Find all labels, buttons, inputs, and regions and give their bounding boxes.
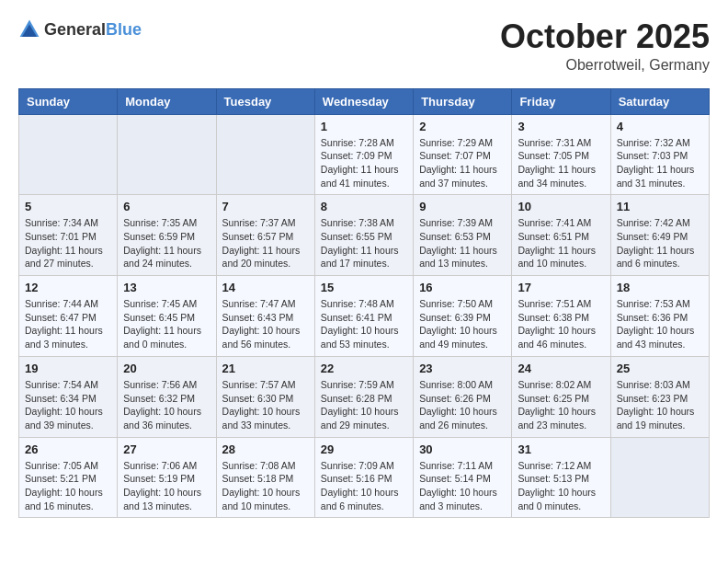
day-number: 23 — [419, 362, 506, 375]
day-info: Sunrise: 7:50 AM Sunset: 6:39 PM Dayligh… — [419, 297, 506, 351]
day-number: 27 — [123, 442, 210, 456]
day-number: 13 — [123, 281, 210, 294]
day-number: 1 — [321, 120, 407, 133]
calendar-cell: 24Sunrise: 8:02 AM Sunset: 6:25 PM Dayli… — [512, 356, 610, 437]
calendar-cell: 19Sunrise: 7:54 AM Sunset: 6:34 PM Dayli… — [19, 356, 118, 437]
calendar-week-row: 12Sunrise: 7:44 AM Sunset: 6:47 PM Dayli… — [19, 276, 710, 357]
day-number: 21 — [222, 362, 309, 375]
day-info: Sunrise: 7:11 AM Sunset: 5:14 PM Dayligh… — [419, 459, 506, 513]
day-number: 9 — [419, 200, 506, 213]
calendar-cell: 27Sunrise: 7:06 AM Sunset: 5:19 PM Dayli… — [118, 437, 216, 518]
calendar-cell: 12Sunrise: 7:44 AM Sunset: 6:47 PM Dayli… — [19, 276, 118, 357]
weekday-header: Sunday — [19, 88, 118, 114]
calendar-cell: 10Sunrise: 7:41 AM Sunset: 6:51 PM Dayli… — [512, 195, 610, 276]
calendar-cell: 16Sunrise: 7:50 AM Sunset: 6:39 PM Dayli… — [414, 276, 512, 357]
day-number: 19 — [25, 362, 111, 375]
day-info: Sunrise: 7:41 AM Sunset: 6:51 PM Dayligh… — [518, 216, 604, 270]
month-title: October 2025 — [500, 18, 710, 55]
weekday-header: Thursday — [414, 88, 512, 114]
day-number: 22 — [321, 362, 407, 375]
day-info: Sunrise: 7:53 AM Sunset: 6:36 PM Dayligh… — [617, 297, 703, 351]
day-number: 14 — [222, 281, 309, 294]
weekday-header: Friday — [512, 88, 610, 114]
day-info: Sunrise: 7:09 AM Sunset: 5:16 PM Dayligh… — [321, 459, 407, 513]
day-number: 7 — [222, 200, 309, 213]
day-info: Sunrise: 7:38 AM Sunset: 6:55 PM Dayligh… — [321, 216, 407, 270]
calendar-cell — [610, 437, 709, 518]
day-info: Sunrise: 7:39 AM Sunset: 6:53 PM Dayligh… — [419, 216, 506, 270]
calendar-cell: 1Sunrise: 7:28 AM Sunset: 7:09 PM Daylig… — [314, 114, 413, 195]
calendar-week-row: 1Sunrise: 7:28 AM Sunset: 7:09 PM Daylig… — [19, 114, 710, 195]
calendar-cell: 21Sunrise: 7:57 AM Sunset: 6:30 PM Dayli… — [216, 356, 314, 437]
day-info: Sunrise: 7:48 AM Sunset: 6:41 PM Dayligh… — [321, 297, 407, 351]
day-number: 25 — [617, 362, 703, 375]
day-number: 31 — [518, 442, 604, 456]
calendar-cell: 11Sunrise: 7:42 AM Sunset: 6:49 PM Dayli… — [610, 195, 709, 276]
day-info: Sunrise: 8:00 AM Sunset: 6:26 PM Dayligh… — [419, 378, 506, 432]
calendar-cell: 9Sunrise: 7:39 AM Sunset: 6:53 PM Daylig… — [414, 195, 512, 276]
calendar-cell: 31Sunrise: 7:12 AM Sunset: 5:13 PM Dayli… — [512, 437, 610, 518]
calendar-cell — [19, 114, 118, 195]
logo-general: General — [44, 20, 106, 39]
calendar-week-row: 26Sunrise: 7:05 AM Sunset: 5:21 PM Dayli… — [19, 437, 710, 518]
day-info: Sunrise: 7:34 AM Sunset: 7:01 PM Dayligh… — [25, 216, 111, 270]
day-number: 28 — [222, 442, 309, 456]
day-info: Sunrise: 7:47 AM Sunset: 6:43 PM Dayligh… — [222, 297, 309, 351]
day-info: Sunrise: 7:32 AM Sunset: 7:03 PM Dayligh… — [617, 136, 703, 190]
calendar-cell: 15Sunrise: 7:48 AM Sunset: 6:41 PM Dayli… — [314, 276, 413, 357]
location-title: Oberrotweil, Germany — [500, 57, 710, 74]
calendar-header-row: SundayMondayTuesdayWednesdayThursdayFrid… — [19, 88, 710, 114]
logo: GeneralBlue — [18, 18, 142, 40]
calendar-cell: 7Sunrise: 7:37 AM Sunset: 6:57 PM Daylig… — [216, 195, 314, 276]
day-info: Sunrise: 7:45 AM Sunset: 6:45 PM Dayligh… — [123, 297, 210, 351]
day-info: Sunrise: 7:06 AM Sunset: 5:19 PM Dayligh… — [123, 459, 210, 513]
day-number: 6 — [123, 200, 210, 213]
day-number: 29 — [321, 442, 407, 456]
page-header: GeneralBlue October 2025 Oberrotweil, Ge… — [18, 18, 710, 74]
calendar-cell: 20Sunrise: 7:56 AM Sunset: 6:32 PM Dayli… — [118, 356, 216, 437]
logo-text: GeneralBlue — [44, 20, 142, 40]
calendar-cell: 14Sunrise: 7:47 AM Sunset: 6:43 PM Dayli… — [216, 276, 314, 357]
day-number: 24 — [518, 362, 604, 375]
day-number: 5 — [25, 200, 111, 213]
day-info: Sunrise: 8:03 AM Sunset: 6:23 PM Dayligh… — [617, 378, 703, 432]
calendar-cell: 18Sunrise: 7:53 AM Sunset: 6:36 PM Dayli… — [610, 276, 709, 357]
day-info: Sunrise: 7:12 AM Sunset: 5:13 PM Dayligh… — [518, 459, 604, 513]
day-info: Sunrise: 8:02 AM Sunset: 6:25 PM Dayligh… — [518, 378, 604, 432]
day-number: 4 — [617, 120, 703, 133]
day-info: Sunrise: 7:28 AM Sunset: 7:09 PM Dayligh… — [321, 136, 407, 190]
day-info: Sunrise: 7:51 AM Sunset: 6:38 PM Dayligh… — [518, 297, 604, 351]
day-number: 20 — [123, 362, 210, 375]
day-info: Sunrise: 7:08 AM Sunset: 5:18 PM Dayligh… — [222, 459, 309, 513]
calendar-cell: 28Sunrise: 7:08 AM Sunset: 5:18 PM Dayli… — [216, 437, 314, 518]
day-info: Sunrise: 7:31 AM Sunset: 7:05 PM Dayligh… — [518, 136, 604, 190]
day-number: 3 — [518, 120, 604, 133]
calendar-week-row: 5Sunrise: 7:34 AM Sunset: 7:01 PM Daylig… — [19, 195, 710, 276]
logo-blue: Blue — [106, 20, 142, 39]
calendar-cell: 6Sunrise: 7:35 AM Sunset: 6:59 PM Daylig… — [118, 195, 216, 276]
calendar-cell: 17Sunrise: 7:51 AM Sunset: 6:38 PM Dayli… — [512, 276, 610, 357]
calendar-cell: 29Sunrise: 7:09 AM Sunset: 5:16 PM Dayli… — [314, 437, 413, 518]
title-block: October 2025 Oberrotweil, Germany — [500, 18, 710, 74]
day-number: 12 — [25, 281, 111, 294]
day-info: Sunrise: 7:44 AM Sunset: 6:47 PM Dayligh… — [25, 297, 111, 351]
day-info: Sunrise: 7:54 AM Sunset: 6:34 PM Dayligh… — [25, 378, 111, 432]
day-info: Sunrise: 7:29 AM Sunset: 7:07 PM Dayligh… — [419, 136, 506, 190]
calendar-cell: 5Sunrise: 7:34 AM Sunset: 7:01 PM Daylig… — [19, 195, 118, 276]
day-info: Sunrise: 7:37 AM Sunset: 6:57 PM Dayligh… — [222, 216, 309, 270]
day-number: 16 — [419, 281, 506, 294]
calendar-cell: 25Sunrise: 8:03 AM Sunset: 6:23 PM Dayli… — [610, 356, 709, 437]
day-info: Sunrise: 7:57 AM Sunset: 6:30 PM Dayligh… — [222, 378, 309, 432]
day-number: 15 — [321, 281, 407, 294]
day-number: 18 — [617, 281, 703, 294]
day-number: 11 — [617, 200, 703, 213]
calendar-cell — [216, 114, 314, 195]
day-info: Sunrise: 7:56 AM Sunset: 6:32 PM Dayligh… — [123, 378, 210, 432]
weekday-header: Tuesday — [216, 88, 314, 114]
calendar-cell — [118, 114, 216, 195]
calendar-cell: 22Sunrise: 7:59 AM Sunset: 6:28 PM Dayli… — [314, 356, 413, 437]
calendar-cell: 8Sunrise: 7:38 AM Sunset: 6:55 PM Daylig… — [314, 195, 413, 276]
calendar-table: SundayMondayTuesdayWednesdayThursdayFrid… — [18, 88, 710, 519]
calendar-cell: 13Sunrise: 7:45 AM Sunset: 6:45 PM Dayli… — [118, 276, 216, 357]
day-number: 26 — [25, 442, 111, 456]
